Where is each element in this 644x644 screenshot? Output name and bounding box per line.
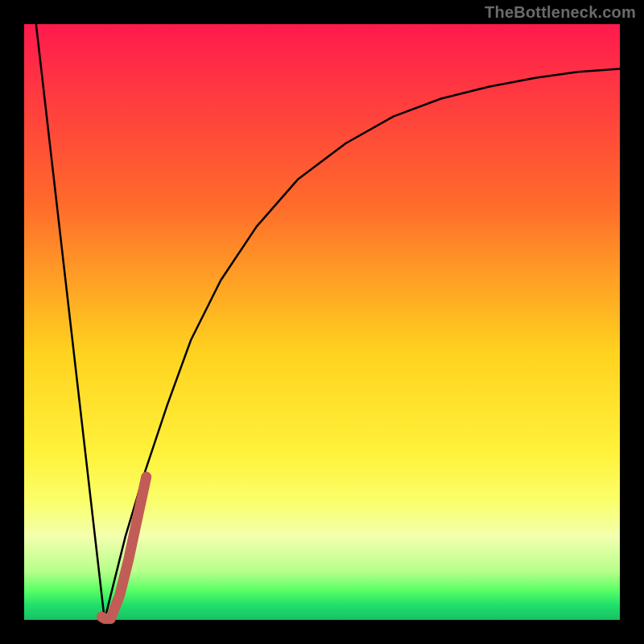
watermark-text: TheBottleneck.com bbox=[485, 3, 636, 22]
chart-stage: TheBottleneck.com bbox=[0, 0, 644, 644]
bottleneck-chart-canvas bbox=[0, 0, 644, 644]
